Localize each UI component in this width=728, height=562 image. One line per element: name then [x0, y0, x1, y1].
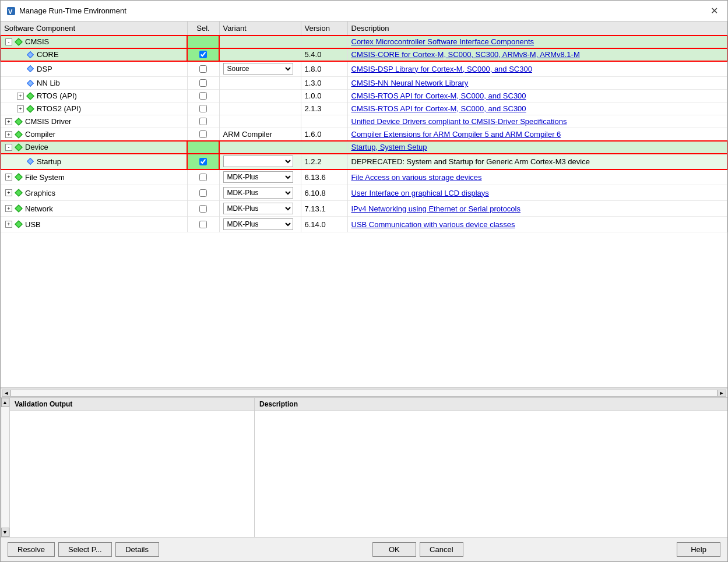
- scroll-down-arrow[interactable]: ▼: [1, 528, 9, 537]
- component-cell: + Graphics: [1, 185, 187, 201]
- component-table-area[interactable]: Software Component Sel. Variant Version …: [1, 22, 727, 388]
- sel-checkbox[interactable]: [199, 205, 207, 213]
- validation-header: Validation Output: [10, 398, 254, 411]
- expand-button[interactable]: +: [5, 174, 12, 181]
- description-cell[interactable]: CMSIS-RTOS API for Cortex-M, SC000, and …: [347, 90, 727, 102]
- variant-select[interactable]: MDK-Plus: [223, 171, 293, 183]
- expand-button[interactable]: +: [5, 189, 12, 196]
- variant-select[interactable]: Source: [223, 63, 293, 75]
- component-cell: + USB: [1, 217, 187, 232]
- variant-select[interactable]: MDK-Plus: [223, 187, 293, 199]
- expand-button[interactable]: +: [17, 93, 24, 100]
- close-button[interactable]: ✕: [707, 4, 722, 17]
- sel-checkbox[interactable]: [199, 130, 207, 138]
- description-cell[interactable]: CMSIS-RTOS API for Cortex-M, SC000, and …: [347, 102, 727, 115]
- description-cell[interactable]: IPv4 Networking using Ethernet or Serial…: [347, 201, 727, 217]
- left-sidebar-scrollbar[interactable]: ▲ ▼: [1, 398, 10, 537]
- description-cell[interactable]: User Interface on graphical LCD displays: [347, 185, 727, 201]
- scroll-right-arrow[interactable]: ►: [717, 390, 726, 397]
- version-cell: [301, 141, 347, 154]
- variant-cell: [219, 48, 301, 61]
- component-name: USB: [25, 220, 41, 229]
- description-cell: DEPRECATED: System and Startup for Gener…: [347, 154, 727, 169]
- variant-select[interactable]: MDK-Plus: [223, 218, 293, 230]
- table-row: + CompilerARM Compiler1.6.0Compiler Exte…: [1, 128, 727, 141]
- expand-button[interactable]: +: [17, 105, 24, 112]
- description-link[interactable]: Startup, System Setup: [351, 143, 427, 151]
- component-name: DSP: [37, 65, 52, 73]
- scroll-left-arrow[interactable]: ◄: [2, 390, 11, 397]
- sel-checkbox[interactable]: [199, 92, 207, 100]
- expand-button[interactable]: -: [5, 38, 12, 45]
- description-cell[interactable]: USB Communication with various device cl…: [347, 217, 727, 232]
- ok-button[interactable]: OK: [372, 542, 416, 557]
- cancel-button[interactable]: Cancel: [420, 542, 463, 557]
- description-link[interactable]: File Access on various storage devices: [351, 173, 482, 182]
- description-cell[interactable]: Startup, System Setup: [347, 141, 727, 154]
- version-cell: 6.10.8: [301, 185, 347, 201]
- details-button[interactable]: Details: [115, 542, 159, 557]
- help-button[interactable]: Help: [677, 542, 720, 557]
- sel-checkbox[interactable]: [199, 65, 207, 73]
- component-cell: + RTOS2 (API): [1, 102, 187, 115]
- description-cell[interactable]: CMSIS-CORE for Cortex-M, SC000, SC300, A…: [347, 48, 727, 61]
- description-link[interactable]: CMSIS-NN Neural Network Library: [351, 79, 469, 87]
- sel-checkbox[interactable]: [199, 174, 207, 181]
- description-link[interactable]: Cortex Microcontroller Software Interfac…: [351, 37, 534, 46]
- green-diamond-icon: [26, 105, 34, 113]
- sel-cell: [187, 77, 219, 90]
- sel-cell: [187, 201, 219, 217]
- description-cell[interactable]: CMSIS-DSP Library for Cortex-M, SC000, a…: [347, 61, 727, 77]
- component-name: Network: [25, 204, 53, 213]
- component-name: Compiler: [25, 130, 55, 139]
- sel-checkbox[interactable]: [199, 51, 207, 58]
- sel-checkbox[interactable]: [199, 79, 207, 87]
- description-header: Description: [255, 398, 727, 411]
- description-link[interactable]: User Interface on graphical LCD displays: [351, 189, 489, 197]
- resolve-button[interactable]: Resolve: [8, 542, 55, 557]
- green-diamond-icon: [15, 38, 23, 46]
- sel-checkbox[interactable]: [199, 158, 207, 165]
- expand-button[interactable]: +: [5, 131, 12, 138]
- scroll-track-v: [2, 407, 9, 528]
- main-content: Software Component Sel. Variant Version …: [1, 22, 727, 561]
- description-link[interactable]: CMSIS-DSP Library for Cortex-M, SC000, a…: [351, 65, 532, 73]
- component-name: Graphics: [25, 189, 55, 197]
- description-cell[interactable]: Compiler Extensions for ARM Compiler 5 a…: [347, 128, 727, 141]
- h-scrollbar[interactable]: ◄ ►: [1, 388, 727, 397]
- description-cell[interactable]: Cortex Microcontroller Software Interfac…: [347, 36, 727, 48]
- sel-checkbox[interactable]: [199, 105, 207, 112]
- table-row: + File System MDK-Plus 6.13.6File Access…: [1, 169, 727, 185]
- description-link[interactable]: Unified Device Drivers compliant to CMSI…: [351, 117, 567, 126]
- validation-panel: Validation Output: [10, 398, 255, 537]
- variant-select[interactable]: [223, 155, 293, 167]
- sel-cell: [187, 217, 219, 232]
- expand-button[interactable]: -: [5, 144, 12, 151]
- description-link[interactable]: USB Communication with various device cl…: [351, 220, 515, 229]
- expand-button[interactable]: +: [5, 205, 12, 212]
- description-link[interactable]: CMSIS-RTOS API for Cortex-M, SC000, and …: [351, 91, 526, 100]
- variant-cell: [219, 36, 301, 48]
- sel-checkbox[interactable]: [199, 118, 207, 125]
- expand-button[interactable]: +: [5, 118, 12, 125]
- variant-select[interactable]: MDK-Plus: [223, 203, 293, 214]
- description-link[interactable]: CMSIS-CORE for Cortex-M, SC000, SC300, A…: [351, 50, 580, 59]
- description-link[interactable]: IPv4 Networking using Ethernet or Serial…: [351, 204, 520, 213]
- sel-checkbox[interactable]: [199, 221, 207, 228]
- description-link[interactable]: Compiler Extensions for ARM Compiler 5 a…: [351, 130, 561, 139]
- description-link[interactable]: CMSIS-RTOS API for Cortex-M, SC000, and …: [351, 104, 526, 113]
- expand-button[interactable]: +: [5, 221, 12, 228]
- sel-checkbox[interactable]: [199, 189, 207, 197]
- description-cell[interactable]: File Access on various storage devices: [347, 169, 727, 185]
- description-cell[interactable]: CMSIS-NN Neural Network Library: [347, 77, 727, 90]
- description-cell[interactable]: Unified Device Drivers compliant to CMSI…: [347, 115, 727, 128]
- table-row: Startup 1.2.2DEPRECATED: System and Star…: [1, 154, 727, 169]
- version-cell: 6.13.6: [301, 169, 347, 185]
- title-bar: V Manage Run-Time Environment ✕: [1, 1, 727, 22]
- table-row: + Network MDK-Plus 7.13.1IPv4 Networking…: [1, 201, 727, 217]
- table-row: + RTOS (API)1.0.0CMSIS-RTOS API for Cort…: [1, 90, 727, 102]
- sel-cell: [187, 61, 219, 77]
- component-cell: + RTOS (API): [1, 90, 187, 102]
- scroll-up-arrow[interactable]: ▲: [1, 398, 9, 407]
- select-p-button[interactable]: Select P...: [58, 542, 112, 557]
